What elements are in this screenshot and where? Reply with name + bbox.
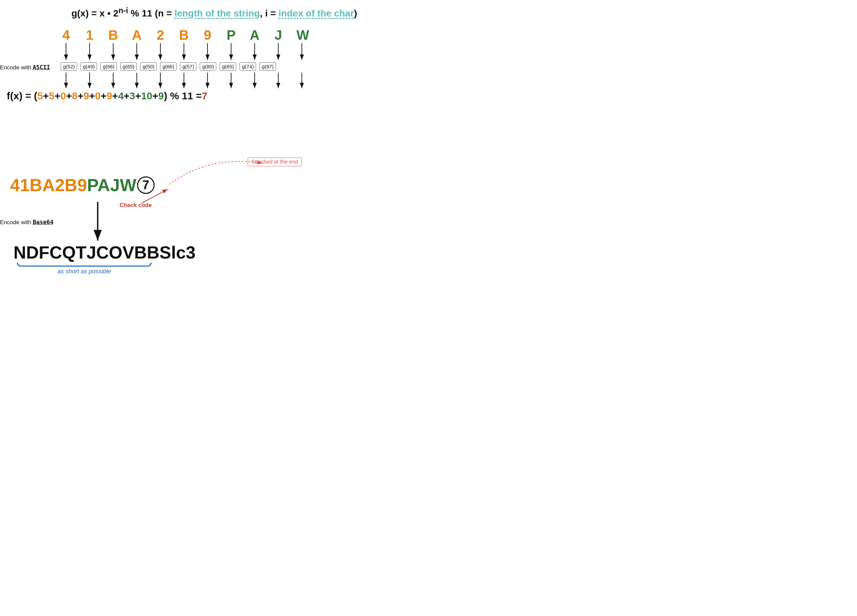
short-label-container: as short as possible [17,262,152,275]
fx-line: f(x) = ( 5 + 5 + 0 + 8 + 9 + 0 + 9 + 4 +… [7,90,422,102]
rs-orange-part: 41BA2B9 [10,175,87,195]
gx-box-65a: g(65) [120,62,137,71]
char-B2: B [178,28,189,43]
short-label: as short as possible [57,268,111,275]
gx-row: g(52) g(49) g(66) g(65) g(50) g(66) g(57… [60,62,276,71]
gx-box-52: g(52) [60,62,77,71]
fx-val-9b: 9 [107,90,112,102]
formula-superscript: n-i [119,6,128,15]
formula-line: g(x) = x • 2n-i % 11 (n = length of the … [0,6,428,19]
fx-plus5: + [89,90,95,102]
fx-val-5a: 5 [37,90,43,102]
fx-result: 7 [202,90,207,102]
fx-plus1: + [43,90,49,102]
rs-circle-7: 7 [137,176,155,194]
fx-plus3: + [66,90,72,102]
attached-label: Attached at the end [248,157,302,166]
encode-base64-label: Encode with Base64 [0,219,54,226]
encode-ascii-label: Encode with ASCII [0,64,50,71]
char-2: 2 [155,28,166,43]
fx-val-9c: 9 [158,90,164,102]
fx-plus10: + [152,90,158,102]
rs-green-part: PAJW [87,175,136,195]
fx-plus6: + [101,90,107,102]
char-4: 4 [60,28,71,43]
gx-box-80: g(80) [200,62,216,71]
fx-plus9: + [135,90,141,102]
result-string: 41BA2B9PAJW7 [10,175,155,195]
fx-prefix: f(x) = ( [7,90,37,102]
fx-val-0a: 0 [60,90,66,102]
final-string: NDFCQTJCOVBBSlc3 [14,242,195,262]
fx-suffix: ) % 11 = [164,90,202,102]
gx-box-66a: g(66) [101,62,117,71]
short-underline [17,262,152,267]
fx-val-0b: 0 [95,90,101,102]
encode-base64-mono: Base64 [32,219,53,225]
fx-plus2: + [54,90,60,102]
check-code-label: Check code [119,202,152,209]
fx-plus4: + [77,90,84,102]
char-1: 1 [84,28,95,43]
formula-param1: length of the string [175,8,260,19]
gx-box-49: g(49) [80,62,97,71]
chars-row: 4 1 B A 2 B 9 P A J W [60,28,309,43]
gx-box-57: g(57) [180,62,196,71]
char-B1: B [108,28,119,43]
encode-ascii-text1: Encode with [0,64,32,71]
gx-box-87: g(87) [259,62,276,71]
char-9: 9 [202,28,213,43]
char-A1: A [131,28,142,43]
char-J: J [273,28,284,43]
fx-val-8: 8 [72,90,78,102]
char-A2: A [249,28,260,43]
gx-box-66b: g(66) [160,62,176,71]
fx-plus7: + [112,90,118,102]
formula-param2: index of the char [278,8,354,19]
fx-val-4: 4 [118,90,124,102]
fx-val-3: 3 [130,90,135,102]
formula-comma: , i = [260,8,278,19]
gx-box-74: g(74) [240,62,256,71]
fx-val-10: 10 [141,90,152,102]
fx-val-5b: 5 [49,90,54,102]
gx-box-50: g(50) [140,62,157,71]
main-container: g(x) = x • 2n-i % 11 (n = length of the … [0,0,428,308]
fx-plus8: + [124,90,130,102]
encode-base64-text1: Encode with [0,219,32,225]
formula-end: ) [354,8,357,19]
encode-ascii-mono: ASCII [32,64,50,71]
formula-text1: g(x) = x • 2n-i % 11 (n = [71,8,175,19]
gx-box-65b: g(65) [220,62,236,71]
char-P: P [226,28,237,43]
fx-val-9a: 9 [84,90,89,102]
char-W: W [297,28,309,43]
